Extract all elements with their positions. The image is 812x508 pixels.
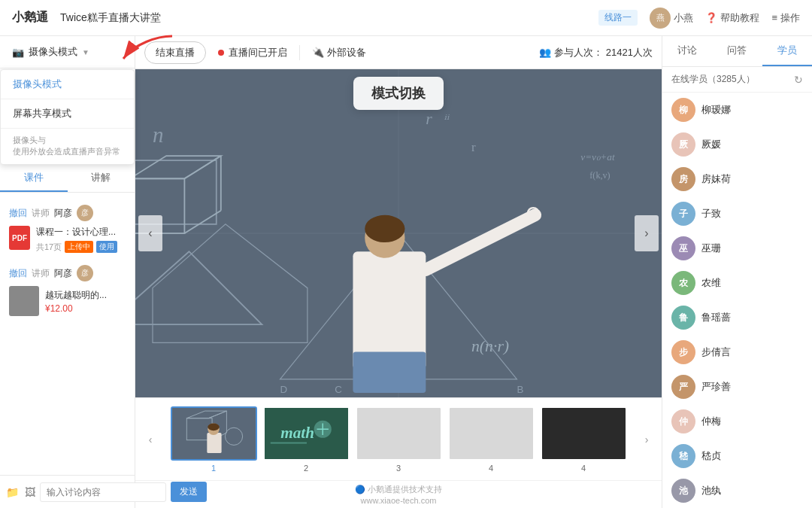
prev-slide-button[interactable]: ‹ [138,215,162,251]
student-avatar: 房 [671,167,695,191]
thumbnail-2[interactable]: math 2 [263,406,350,473]
course-action-1: 撤回 讲师 阿彦 彦 [9,205,126,221]
students-header: 在线学员（3285人） ↻ [662,67,812,93]
thumbnail-3[interactable]: 3 [356,406,442,473]
svg-text:math: math [280,423,314,441]
svg-text:v=v₀+at: v=v₀+at [580,151,615,163]
camera-mode-btn[interactable]: 📷 摄像头模式 ▼ [0,36,135,68]
left-sidebar: 📷 摄像头模式 ▼ 摄像头模式 屏幕共享模式 摄像头与使用外放会造成直播声音异常 [0,36,135,508]
svg-text:f(k,v): f(k,v) [589,170,610,181]
video-area: n r ᵢᵢ r v=v₀+at f(k,v) n(n·r) [135,69,662,397]
thumbnail-5[interactable]: 4 [541,406,627,473]
dropdown-item-camera[interactable]: 摄像头模式 [1,70,134,99]
footer-line2: www.xiaoe-tech.com [361,496,437,505]
image-icon[interactable]: 🖼 [25,486,35,498]
mode-switch-label: 模式切换 [371,86,426,101]
svg-rect-37 [207,433,221,453]
pdf-info: 课程一：设计心理... 共17页 上传中 使用 [36,226,126,253]
red-arrow-annotation [120,29,180,66]
tab-qa[interactable]: 问答 [712,36,762,66]
use-badge[interactable]: 使用 [96,241,117,253]
svg-rect-28 [353,351,426,393]
svg-text:n: n [153,123,164,147]
undo-btn-2[interactable]: 撤回 [9,267,27,280]
camera-icon: 📷 [12,47,24,58]
list-item: 严严珍善 [662,370,812,404]
teacher-name-2: 阿彦 [54,267,72,280]
svg-text:r: r [426,110,432,128]
ops-btn[interactable]: ≡ 操作 [771,11,800,25]
thumb-num-3: 3 [396,464,401,473]
next-slide-button[interactable]: › [635,215,659,251]
thumbnail-strip: ‹ [135,397,662,480]
pdf-icon: PDF [9,226,30,250]
thumb-prev-button[interactable]: ‹ [141,398,159,480]
tab-lecture[interactable]: 讲解 [68,165,135,192]
thumb-num-5: 4 [581,464,586,473]
footer-line1: 🔵 小鹅通提供技术支持 [355,484,442,495]
thumbnail-4[interactable]: 4 [448,406,535,473]
user-btn[interactable]: 燕 小燕 [650,8,693,29]
thumbs-container: 1 math [159,406,638,473]
tab-students[interactable]: 学员 [762,36,812,66]
help-btn[interactable]: ❓ 帮助教程 [705,11,759,25]
dropdown-item-screen[interactable]: 屏幕共享模式 [1,99,134,128]
thumb-math-visual: math [265,408,348,459]
chat-bottom: 📁 🖼 发送 [0,475,135,508]
chat-input[interactable] [40,482,166,502]
math-background: n r ᵢᵢ r v=v₀+at f(k,v) n(n·r) [135,69,662,397]
send-button[interactable]: 发送 [171,482,207,502]
student-name: 仲梅 [701,415,721,428]
svg-point-27 [365,215,404,242]
student-avatar: 子 [671,202,695,226]
thumb-num-1: 1 [211,464,216,473]
thumb-img-5 [541,406,627,461]
mode-switch-tooltip: 模式切换 [353,77,444,110]
right-sidebar: 讨论 问答 学员 在线学员（3285人） ↻ 柳柳瑷娜厥厥媛房房妹荷子子致巫巫珊… [662,36,812,508]
folder-icon[interactable]: 📁 [6,486,19,498]
dropdown-warning: 摄像头与使用外放会造成直播声音异常 [1,129,134,164]
svg-text:B: B [517,384,523,395]
thumb-next-button[interactable]: › [638,398,656,480]
svg-text:D: D [280,384,288,395]
tab-courseware[interactable]: 课件 [0,165,68,192]
list-item: 撤回 讲师 阿彦 彦 PDF 课程一：设计心理... 共17页 上传中 使用 [0,199,135,259]
student-name: 步倩言 [701,345,731,359]
help-label: 帮助教程 [720,11,759,25]
pdf-pages: 共17页 [36,242,62,253]
list-item: 步步倩言 [662,335,812,370]
student-avatar: 步 [671,340,695,364]
thumbnail-1[interactable]: 1 [171,406,257,473]
book-price: ¥12.00 [45,303,126,314]
student-avatar: 柳 [671,98,695,122]
students-count: 在线学员（3285人） [671,73,755,86]
participants-number: 21421人次 [606,46,653,59]
undo-btn-1[interactable]: 撤回 [9,207,27,220]
list-item: 子子致 [662,196,812,231]
book-name: 越玩越聪明的... [45,289,126,302]
student-name: 房妹荷 [701,172,731,186]
user-name: 小燕 [674,11,693,25]
list-item: 厥厥媛 [662,127,812,162]
list-item: 柳柳瑷娜 [662,93,812,127]
student-name: 严珍善 [701,380,731,394]
logo: 小鹅通 [12,10,48,26]
list-item: 撤回 讲师 阿彦 彦 越玩越聪明的... ¥12.00 [0,259,135,322]
thumb-board-visual [172,408,256,459]
refresh-icon[interactable]: ↻ [794,74,803,86]
svg-text:r: r [471,140,476,154]
live-dot [218,50,224,56]
student-avatar: 嵇 [671,444,695,468]
chevron-down-icon: ▼ [82,48,89,56]
tab-discussion[interactable]: 讨论 [662,36,712,66]
stream-header: 结束直播 直播间已开启 🔌 外部设备 👥 参与人次： 21421人次 [135,36,662,69]
svg-point-39 [208,423,219,430]
list-item: 嵇嵇贞 [662,439,812,473]
list-item: 房房妹荷 [662,162,812,196]
student-avatar: 池 [671,479,695,503]
student-avatar: 农 [671,271,695,295]
chat-icons: 📁 🖼 [6,486,35,498]
line-badge: 线路一 [598,10,638,26]
student-name: 柳瑷娜 [701,103,731,117]
student-name: 池纨 [701,484,721,497]
